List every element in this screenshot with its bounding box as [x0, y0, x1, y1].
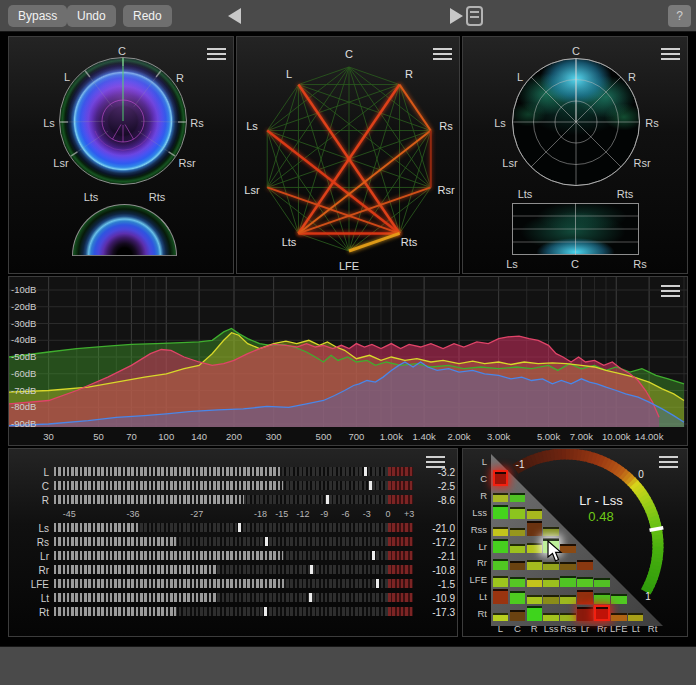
matrix-cell-LFE-R[interactable] — [527, 571, 543, 587]
matrix-cell-bar — [527, 521, 543, 536]
matrix-cell-Rt-Lt[interactable] — [628, 605, 644, 621]
meter-scale-tick: -27 — [190, 509, 203, 519]
play-icon[interactable] — [450, 8, 463, 24]
matrix-cell-Rt-C[interactable] — [510, 605, 526, 621]
freq-tick-label: 1.00k — [380, 431, 403, 442]
matrix-cell-bar — [543, 527, 559, 536]
db-tick-label: -60dB — [11, 368, 36, 379]
matrix-col-label-Lr: Lr — [581, 623, 589, 634]
meter-label-Rt: Rt — [9, 607, 49, 618]
meter-label-R: R — [9, 495, 49, 506]
matrix-cell-Rr-Lr[interactable] — [577, 555, 593, 571]
matrix-cell-Rss-C[interactable] — [510, 521, 526, 537]
matrix-cell-Rt-L[interactable] — [493, 605, 509, 621]
meter-value-R: -8.6 — [413, 495, 455, 506]
matrix-cell-Lt-L[interactable] — [493, 588, 509, 604]
web-edge — [267, 85, 298, 131]
matrix-cell-Rt-R[interactable] — [527, 605, 543, 621]
matrix-cell-LFE-Lss[interactable] — [543, 571, 559, 587]
matrix-cell-bar — [577, 607, 593, 621]
panel-menu-icon[interactable] — [659, 456, 678, 468]
speaker-label-L: L — [64, 71, 70, 83]
matrix-cell-Lt-Rss[interactable] — [560, 588, 576, 604]
meter-label-Rr: Rr — [9, 565, 49, 576]
matrix-row-label-Lss: Lss — [465, 507, 487, 518]
matrix-cell-Lss-R[interactable] — [527, 504, 543, 520]
matrix-cell-Rr-C[interactable] — [510, 555, 526, 571]
speaker-label-Rs: Rs — [633, 258, 646, 270]
matrix-cell-bar — [628, 613, 644, 621]
speaker-label-Ls: Ls — [506, 258, 518, 270]
meter-scale-tick: 0 — [385, 509, 390, 519]
db-tick-label: -80dB — [11, 401, 36, 412]
matrix-cell-bar — [493, 576, 509, 587]
matrix-cell-Rr-L[interactable] — [493, 555, 509, 571]
matrix-cell-Lr-L[interactable] — [493, 538, 509, 554]
undo-button[interactable]: Undo — [67, 5, 116, 27]
back-icon[interactable] — [228, 8, 241, 24]
meter-track-LFE — [54, 579, 413, 588]
matrix-cell-LFE-Lr[interactable] — [577, 571, 593, 587]
meter-peak-marker — [326, 495, 329, 504]
bypass-button[interactable]: Bypass — [8, 5, 67, 27]
matrix-cell-Lt-R[interactable] — [527, 588, 543, 604]
panel-menu-icon[interactable] — [426, 456, 445, 468]
matrix-cell-Lss-L[interactable] — [493, 504, 509, 520]
matrix-cell-LFE-Rss[interactable] — [560, 571, 576, 587]
matrix-cell-LFE-L[interactable] — [493, 571, 509, 587]
gauge-max-label: 1 — [645, 591, 651, 602]
matrix-cell-bar — [611, 594, 627, 604]
gauge-marker — [650, 528, 664, 531]
matrix-cell-bar — [594, 578, 610, 587]
panel-menu-icon[interactable] — [207, 48, 226, 60]
meter-fill — [54, 523, 140, 532]
matrix-cell-Rr-R[interactable] — [527, 555, 543, 571]
matrix-cell-Rt-LFE[interactable] — [611, 605, 627, 621]
matrix-cell-Rss-R[interactable] — [527, 521, 543, 537]
meter-fill — [54, 537, 176, 546]
matrix-cell-Rt-Lr[interactable] — [577, 605, 593, 621]
web-highlight-edge-Rsr-Lts — [298, 187, 430, 233]
matrix-cell-LFE-C[interactable] — [510, 571, 526, 587]
matrix-cell-Lt-C[interactable] — [510, 588, 526, 604]
matrix-cell-C-L[interactable] — [493, 470, 509, 486]
web-highlight-edge-R-Rs — [400, 85, 431, 131]
matrix-cell-bar — [543, 578, 559, 587]
matrix-cell-Lt-Lss[interactable] — [543, 588, 559, 604]
web-highlight-edge-Lsr-Rts — [267, 187, 399, 233]
matrix-cell-Lt-Rr[interactable] — [594, 588, 610, 604]
speaker-label-Lsr: Lsr — [53, 157, 68, 169]
playlist-icon[interactable] — [466, 6, 483, 26]
matrix-cell-Lt-Lr[interactable] — [577, 588, 593, 604]
matrix-col-label-Rt: Rt — [648, 623, 658, 634]
matrix-cell-Rt-Rss[interactable] — [560, 605, 576, 621]
matrix-cell-bar — [510, 507, 526, 519]
matrix-cell-Rss-L[interactable] — [493, 521, 509, 537]
matrix-cell-Lr-R[interactable] — [527, 538, 543, 554]
matrix-col-label-Lss: Lss — [544, 623, 559, 634]
matrix-cell-Lss-C[interactable] — [510, 504, 526, 520]
meter-value-Rs: -17.2 — [413, 537, 455, 548]
matrix-cell-bar — [527, 606, 543, 621]
matrix-cell-R-L[interactable] — [493, 487, 509, 503]
meter-label-Lr: Lr — [9, 551, 49, 562]
matrix-cell-bar — [510, 577, 526, 587]
meter-track-C — [54, 481, 413, 490]
panel-menu-icon[interactable] — [661, 285, 680, 297]
matrix-cell-Rt-Lss[interactable] — [543, 605, 559, 621]
web-highlight-edge-LFE-Rts — [349, 233, 400, 251]
meter-peak-marker — [309, 593, 312, 602]
matrix-cell-LFE-Rr[interactable] — [594, 571, 610, 587]
redo-button[interactable]: Redo — [123, 5, 172, 27]
matrix-cell-Lt-LFE[interactable] — [611, 588, 627, 604]
matrix-cell-Rt-Rr[interactable] — [594, 605, 610, 621]
matrix-cell-bar — [495, 472, 507, 484]
db-tick-label: -40dB — [11, 334, 36, 345]
matrix-cell-bar — [527, 595, 543, 604]
matrix-cell-R-C[interactable] — [510, 487, 526, 503]
panel-menu-icon[interactable] — [661, 48, 680, 60]
gauge-min-label: -1 — [516, 459, 525, 470]
panel-menu-icon[interactable] — [433, 48, 452, 60]
help-button[interactable]: ? — [668, 5, 691, 27]
matrix-cell-Lr-C[interactable] — [510, 538, 526, 554]
